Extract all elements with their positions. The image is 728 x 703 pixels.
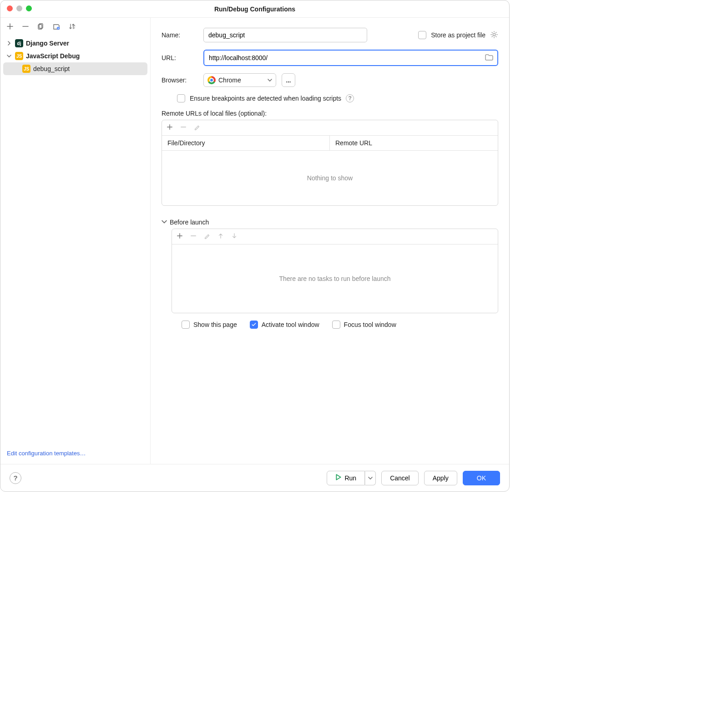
tree-item-debug-script[interactable]: JS debug_script xyxy=(3,62,147,75)
remote-urls-table: File/Directory Remote URL Nothing to sho… xyxy=(162,120,498,206)
focus-tool-window-row: Focus tool window xyxy=(332,321,396,329)
svg-point-5 xyxy=(493,33,495,36)
add-configuration-icon[interactable] xyxy=(6,22,14,31)
url-label: URL: xyxy=(162,54,198,61)
help-button[interactable]: ? xyxy=(10,472,21,484)
remove-task-icon[interactable] xyxy=(190,233,197,240)
main-pane: az dj Django Server JS JavaScript Debug … xyxy=(0,18,509,464)
help-icon[interactable]: ? xyxy=(346,94,354,102)
launch-options: Show this page Activate tool window Focu… xyxy=(162,313,498,329)
window-controls xyxy=(7,5,32,11)
col-file-directory: File/Directory xyxy=(162,136,330,150)
tree-group-label: JavaScript Debug xyxy=(26,52,80,60)
browser-value: Chrome xyxy=(218,76,241,84)
play-icon xyxy=(335,474,342,482)
remote-urls-label: Remote URLs of local files (optional): xyxy=(162,110,498,117)
show-this-page-label: Show this page xyxy=(193,321,237,328)
show-this-page-row: Show this page xyxy=(182,321,237,329)
sort-configurations-icon[interactable]: az xyxy=(68,22,76,31)
tasks-empty-text: There are no tasks to run before launch xyxy=(172,245,498,313)
window-title: Run/Debug Configurations xyxy=(214,5,295,13)
move-up-icon[interactable] xyxy=(217,233,224,240)
table-header: File/Directory Remote URL xyxy=(162,136,498,151)
add-row-icon[interactable] xyxy=(167,124,173,132)
breakpoints-row: Ensure breakpoints are detected when loa… xyxy=(177,94,498,102)
show-this-page-checkbox[interactable] xyxy=(182,321,190,329)
sidebar-footer: Edit configuration templates… xyxy=(0,445,150,464)
zoom-window-icon[interactable] xyxy=(26,5,32,11)
tree-group-django[interactable]: dj Django Server xyxy=(3,37,147,50)
content-pane: Name: Store as project file URL: Browser… xyxy=(151,18,509,464)
store-as-project-field: Store as project file xyxy=(418,31,498,40)
edit-task-icon[interactable] xyxy=(204,233,210,240)
sidebar-toolbar: az xyxy=(0,18,150,35)
url-input-wrap xyxy=(203,50,498,66)
activate-tool-window-label: Activate tool window xyxy=(262,321,319,328)
gear-icon[interactable] xyxy=(490,31,498,40)
ok-button[interactable]: OK xyxy=(463,471,500,485)
folder-icon[interactable] xyxy=(485,53,494,63)
javascript-icon: JS xyxy=(22,65,30,73)
table-empty-text: Nothing to show xyxy=(162,151,498,205)
javascript-icon: JS xyxy=(15,52,23,60)
browser-row: Browser: Chrome ... xyxy=(162,73,498,87)
before-launch-header[interactable]: Before launch xyxy=(162,219,498,226)
title-bar: Run/Debug Configurations xyxy=(0,0,509,18)
remote-urls-toolbar xyxy=(162,120,498,136)
browser-label: Browser: xyxy=(162,76,198,84)
django-icon: dj xyxy=(15,39,23,47)
before-launch-title: Before launch xyxy=(170,219,209,226)
chevron-right-icon xyxy=(7,40,12,47)
remove-configuration-icon[interactable] xyxy=(21,22,30,31)
focus-tool-window-checkbox[interactable] xyxy=(332,321,340,329)
save-configuration-icon[interactable] xyxy=(52,22,61,31)
move-down-icon[interactable] xyxy=(231,233,238,240)
tasks-toolbar xyxy=(172,229,498,245)
chevron-down-icon xyxy=(162,219,167,226)
browser-more-button[interactable]: ... xyxy=(282,73,295,87)
run-button-group: Run xyxy=(327,471,376,485)
store-as-project-checkbox[interactable] xyxy=(418,31,426,39)
configurations-sidebar: az dj Django Server JS JavaScript Debug … xyxy=(0,18,151,464)
tree-group-jsdebug[interactable]: JS JavaScript Debug xyxy=(3,50,147,62)
tree-group-label: Django Server xyxy=(26,40,69,47)
cancel-button[interactable]: Cancel xyxy=(381,471,419,485)
minimize-window-icon[interactable] xyxy=(16,5,22,11)
ensure-breakpoints-label: Ensure breakpoints are detected when loa… xyxy=(190,95,341,102)
edit-templates-link[interactable]: Edit configuration templates… xyxy=(7,450,86,457)
name-input[interactable] xyxy=(203,28,367,42)
edit-row-icon[interactable] xyxy=(194,124,200,132)
copy-configuration-icon[interactable] xyxy=(37,22,45,31)
run-dropdown-icon[interactable] xyxy=(365,471,376,485)
chevron-down-icon xyxy=(268,77,272,84)
browser-select[interactable]: Chrome xyxy=(203,73,276,87)
url-row: URL: xyxy=(162,50,498,66)
svg-text:z: z xyxy=(74,26,75,29)
remove-row-icon[interactable] xyxy=(180,124,187,132)
bottom-bar: ? Run Cancel Apply OK xyxy=(0,464,509,491)
chrome-icon xyxy=(207,76,216,84)
focus-tool-window-label: Focus tool window xyxy=(344,321,396,328)
col-remote-url: Remote URL xyxy=(330,136,498,150)
url-input[interactable] xyxy=(209,51,485,65)
close-window-icon[interactable] xyxy=(7,5,13,11)
run-button-label: Run xyxy=(344,474,356,482)
before-launch-tasks: There are no tasks to run before launch xyxy=(172,229,498,313)
add-task-icon[interactable] xyxy=(177,233,183,240)
name-row: Name: Store as project file xyxy=(162,28,498,42)
configurations-tree: dj Django Server JS JavaScript Debug JS … xyxy=(0,35,150,445)
apply-button[interactable]: Apply xyxy=(424,471,457,485)
tree-item-label: debug_script xyxy=(33,65,70,72)
name-label: Name: xyxy=(162,31,198,39)
activate-tool-window-checkbox[interactable] xyxy=(250,321,258,329)
chevron-down-icon xyxy=(7,53,12,60)
ensure-breakpoints-checkbox[interactable] xyxy=(177,94,185,102)
run-button[interactable]: Run xyxy=(327,471,365,485)
store-as-project-label: Store as project file xyxy=(431,31,485,39)
activate-tool-window-row: Activate tool window xyxy=(250,321,319,329)
